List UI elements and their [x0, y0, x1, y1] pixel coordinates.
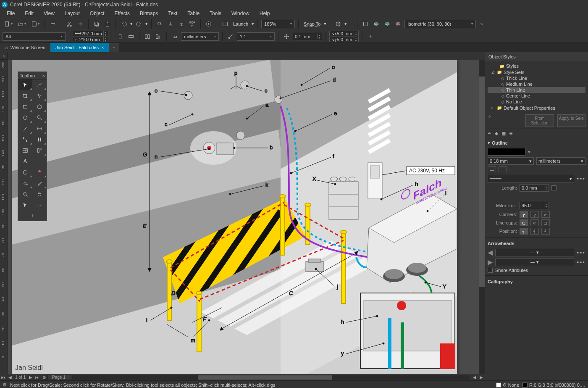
- pos-outside[interactable]: ┐: [520, 228, 528, 235]
- export-button[interactable]: [76, 19, 85, 29]
- arrow-end-options[interactable]: •••: [577, 259, 585, 266]
- export2-button[interactable]: [177, 19, 186, 29]
- polygon-tool[interactable]: ◢: [32, 101, 47, 112]
- pick2-tool[interactable]: [18, 200, 32, 211]
- callout-tool[interactable]: ◢: [32, 112, 47, 123]
- nudge-input[interactable]: 0.1 mm▴▾: [293, 33, 322, 40]
- horizontal-scrollbar[interactable]: [72, 375, 470, 380]
- options-button[interactable]: [333, 19, 343, 29]
- cap-square[interactable]: ⊐: [541, 219, 550, 226]
- style-center-line[interactable]: ◇Center Line: [488, 93, 585, 99]
- arrow-start-options[interactable]: •••: [577, 249, 585, 256]
- fill-icon[interactable]: ◆: [495, 131, 498, 136]
- menu-layout[interactable]: Layout: [60, 10, 85, 17]
- corner-bevel[interactable]: ⌐: [541, 211, 550, 218]
- length-checkbox[interactable]: [551, 185, 556, 190]
- length-input[interactable]: 0.0 mm▴▾: [520, 184, 549, 192]
- new-button[interactable]: [3, 19, 12, 29]
- publish-pdf-button[interactable]: PDF▸: [188, 19, 197, 29]
- menu-bitmaps[interactable]: Bitmaps: [135, 10, 163, 17]
- menu-table[interactable]: Table: [182, 10, 205, 17]
- dup-y-input[interactable]: ↘y5.0 mm▴▾: [329, 37, 359, 42]
- page-first-button[interactable]: ⏮: [0, 375, 7, 380]
- apply-button[interactable]: Apply to Sele: [557, 114, 585, 127]
- menu-help[interactable]: Help: [255, 10, 275, 17]
- styles-node[interactable]: 📁Styles: [488, 63, 585, 69]
- arrow-end-combo[interactable]: — ▾: [495, 259, 574, 266]
- object-styles-title[interactable]: Object Styles: [485, 52, 588, 61]
- outline-units-combo[interactable]: millimeters▾: [536, 157, 585, 165]
- style-dashed[interactable]: ┈: [499, 166, 507, 173]
- from-selection-button[interactable]: From Selection: [525, 114, 554, 127]
- current-page-button[interactable]: [154, 32, 163, 41]
- graph-paper-tool[interactable]: ◢: [32, 145, 47, 156]
- save-button[interactable]: [29, 19, 39, 29]
- pos-center[interactable]: ┤: [530, 228, 539, 235]
- draw-scale-combo[interactable]: 1:1▾: [237, 32, 275, 41]
- corner-miter[interactable]: ┏: [520, 211, 528, 218]
- toolbar-overflow[interactable]: »: [478, 21, 486, 27]
- toolbox-panel[interactable]: Toolbox× ◢ ◢ ◢ ◢ ◢ ◢ ◢ ◢ ◢ ◢ ◢ ◢: [18, 71, 47, 221]
- iso-top-button[interactable]: [372, 19, 381, 29]
- pan-tool[interactable]: [32, 189, 47, 200]
- toolbox-add-button[interactable]: +: [18, 211, 47, 221]
- toolbox-close-icon[interactable]: ×: [42, 73, 45, 78]
- menu-file[interactable]: File: [2, 10, 20, 17]
- import-button[interactable]: [166, 19, 175, 29]
- rectangle-tool[interactable]: ◢: [18, 101, 32, 112]
- cut-button[interactable]: [65, 19, 74, 29]
- miter-input[interactable]: 45.0▴▾: [520, 202, 549, 209]
- drawing-canvas[interactable]: AC 230V, 50 Hz Falch world of water jet: [8, 60, 485, 374]
- zoom-combo[interactable]: 165%▾: [261, 20, 295, 28]
- outline-pen-icon[interactable]: ✒: [488, 131, 491, 136]
- outline-header[interactable]: ▾Outline: [485, 138, 588, 147]
- welcome-tab[interactable]: ⌂Welcome Screen: [0, 43, 50, 52]
- table-tool[interactable]: [18, 145, 32, 156]
- share-attrs-checkbox[interactable]: [488, 268, 493, 273]
- cap-round[interactable]: ⊂: [530, 219, 539, 226]
- default-props-node[interactable]: ▹📁Default Object Properties: [488, 105, 585, 111]
- ellipse-tool[interactable]: ◢: [18, 112, 32, 123]
- fill-swatch[interactable]: ⊘None: [496, 382, 519, 388]
- eyedropper-tool[interactable]: ◢: [32, 178, 47, 189]
- open-button[interactable]: [16, 19, 25, 29]
- isometric-combo[interactable]: Isometric (30, 90, 30)▾: [404, 20, 476, 28]
- status-gear-icon[interactable]: ⚙: [3, 382, 7, 388]
- text-tool[interactable]: A: [18, 156, 32, 167]
- landscape-button[interactable]: [126, 32, 136, 41]
- crop-tool[interactable]: ◢: [18, 90, 32, 101]
- active-doc-tab[interactable]: Jan Seidl - Falch.des×: [50, 43, 109, 52]
- connector-tool[interactable]: ◢: [18, 134, 32, 145]
- redo-button[interactable]: [134, 19, 144, 29]
- dash-options[interactable]: •••: [577, 175, 585, 182]
- ruler-corner[interactable]: ↘: [0, 52, 8, 60]
- magnify-tool[interactable]: [18, 189, 32, 200]
- freehand-pick-tool[interactable]: [32, 200, 47, 211]
- full-screen-button[interactable]: [220, 19, 230, 29]
- menu-effects[interactable]: Effects: [110, 10, 135, 17]
- projected-tool[interactable]: ◢: [32, 167, 47, 178]
- menu-object[interactable]: Object: [85, 10, 110, 17]
- add-doc-tab[interactable]: +: [109, 43, 119, 52]
- outline-swatch[interactable]: R:0 G:0 B:0 (#000000) 0.…: [522, 383, 585, 388]
- page-height-input[interactable]: ↕210.0 mm▴▾: [73, 37, 108, 42]
- fill-tool[interactable]: ◢: [18, 178, 32, 189]
- search-button[interactable]: [155, 19, 164, 29]
- menu-window[interactable]: Window: [226, 10, 255, 17]
- dup-x-input[interactable]: ↘x5.0 mm▴▾: [329, 31, 359, 36]
- page-last-button[interactable]: ⏭: [34, 375, 41, 380]
- page-width-input[interactable]: ⟷297.0 mm▴▾: [73, 31, 108, 36]
- style-medium-line[interactable]: ◇Medium Line: [488, 81, 585, 87]
- corner-round[interactable]: ╭: [530, 211, 539, 218]
- vertical-ruler[interactable]: 2001901801701601501401301201101009080706…: [0, 60, 8, 374]
- close-tab-icon[interactable]: ×: [101, 45, 104, 50]
- vertical-scrollbar[interactable]: [479, 60, 485, 374]
- menu-view[interactable]: View: [39, 10, 60, 17]
- undo-button[interactable]: [119, 19, 129, 29]
- paste-button[interactable]: [103, 19, 112, 29]
- style-thin-line[interactable]: ◇Thin Line: [488, 87, 585, 93]
- page-size-combo[interactable]: A4▾: [3, 32, 66, 41]
- print-button[interactable]: [48, 19, 58, 29]
- 3d-tool[interactable]: ◢: [18, 167, 32, 178]
- launch-label[interactable]: Launch: [231, 21, 250, 26]
